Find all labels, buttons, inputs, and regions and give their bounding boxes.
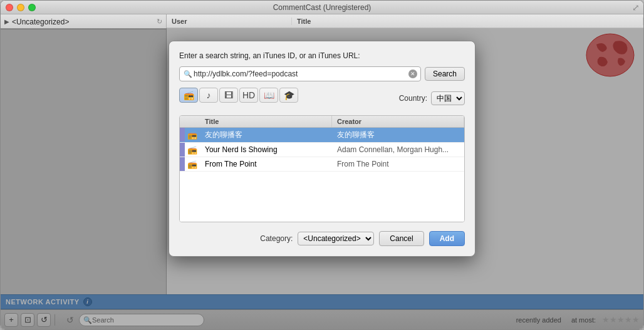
url-input[interactable]	[179, 66, 421, 81]
url-search-icon: 🔍	[184, 70, 192, 78]
titlebar: CommentCast (Unregistered) ⤢	[1, 1, 643, 14]
maximize-button[interactable]	[28, 4, 36, 11]
window-body: ▶ <Uncategorized> ↻ User Title	[1, 14, 643, 329]
disclosure-triangle[interactable]: ▶	[4, 18, 9, 25]
podcast-icon-btn[interactable]: 📻	[179, 88, 198, 103]
dialog-instruction: Enter a search string, an iTunes ID, or …	[179, 51, 465, 60]
row-creator: From The Point	[332, 158, 464, 170]
search-button[interactable]: Search	[425, 67, 465, 81]
podcast-row-icon: 📻	[185, 160, 200, 169]
sidebar-category-label: <Uncategorized>	[12, 18, 154, 26]
results-table: Title Creator 📻 友的聊播客 友的聊播客 📻 Yo	[179, 115, 465, 222]
results-col-creator: Creator	[332, 116, 464, 127]
table-header: User Title	[167, 14, 643, 28]
country-label: Country:	[399, 94, 427, 103]
hd-icon-btn[interactable]: HD	[239, 88, 258, 103]
sidebar-header: ▶ <Uncategorized> ↻	[1, 14, 166, 29]
main-window: CommentCast (Unregistered) ⤢ ▶ <Uncatego…	[0, 0, 644, 330]
results-empty-area	[180, 172, 464, 222]
results-header: Title Creator	[180, 116, 464, 128]
close-button[interactable]	[6, 4, 13, 11]
podcast-row-icon: 📻	[185, 145, 200, 155]
row-indicator	[180, 128, 185, 142]
search-dialog: Enter a search string, an iTunes ID, or …	[169, 41, 475, 257]
cancel-button[interactable]: Cancel	[379, 231, 423, 246]
add-button[interactable]: Add	[429, 231, 465, 246]
category-label: Category:	[260, 234, 293, 243]
clear-url-button[interactable]: ✕	[408, 70, 417, 78]
row-title: From The Point	[200, 158, 332, 170]
results-col-title: Title	[200, 116, 332, 127]
category-select-wrapper: <Uncategorized>	[298, 232, 374, 245]
table-row[interactable]: 📻 友的聊播客 友的聊播客	[180, 128, 464, 143]
row-title: Your Nerd Is Showing	[200, 143, 332, 156]
hat-icon-btn[interactable]: 🎓	[279, 88, 298, 103]
sidebar-refresh-icon[interactable]: ↻	[157, 18, 162, 26]
country-row: Country: 中国	[399, 91, 465, 105]
icon-toolbar: 📻 ♪ 🎞 HD 📖 🎓	[179, 88, 298, 103]
row-indicator	[180, 143, 185, 157]
table-row[interactable]: 📻 From The Point From The Point	[180, 157, 464, 172]
row-indicator	[180, 157, 185, 171]
dialog-bottom: Category: <Uncategorized> Cancel Add	[179, 231, 465, 246]
book-icon-btn[interactable]: 📖	[259, 88, 278, 103]
podcast-row-icon: 📻	[185, 130, 200, 140]
category-select[interactable]: <Uncategorized>	[298, 232, 374, 245]
modal-overlay: Enter a search string, an iTunes ID, or …	[1, 28, 643, 329]
row-creator: Adam Connellan, Morgan Hugh...	[332, 143, 464, 156]
url-input-wrapper: 🔍 ✕	[179, 66, 421, 81]
search-row: 🔍 ✕ Search	[179, 66, 465, 81]
table-row[interactable]: 📻 Your Nerd Is Showing Adam Connellan, M…	[180, 143, 464, 157]
col-header-title: Title	[292, 18, 643, 25]
col-header-user: User	[167, 18, 292, 25]
country-select[interactable]: 中国	[431, 91, 465, 105]
audio-icon-btn[interactable]: ♪	[199, 88, 218, 103]
row-creator: 友的聊播客	[332, 128, 464, 142]
minimize-button[interactable]	[17, 4, 24, 11]
icon-toolbar-row: 📻 ♪ 🎞 HD 📖 🎓 Country: 中国	[179, 88, 465, 109]
window-controls	[6, 4, 36, 11]
resize-icon[interactable]: ⤢	[632, 3, 640, 13]
window-title: CommentCast (Unregistered)	[273, 3, 371, 12]
row-title: 友的聊播客	[200, 128, 332, 142]
video-icon-btn[interactable]: 🎞	[219, 88, 238, 103]
